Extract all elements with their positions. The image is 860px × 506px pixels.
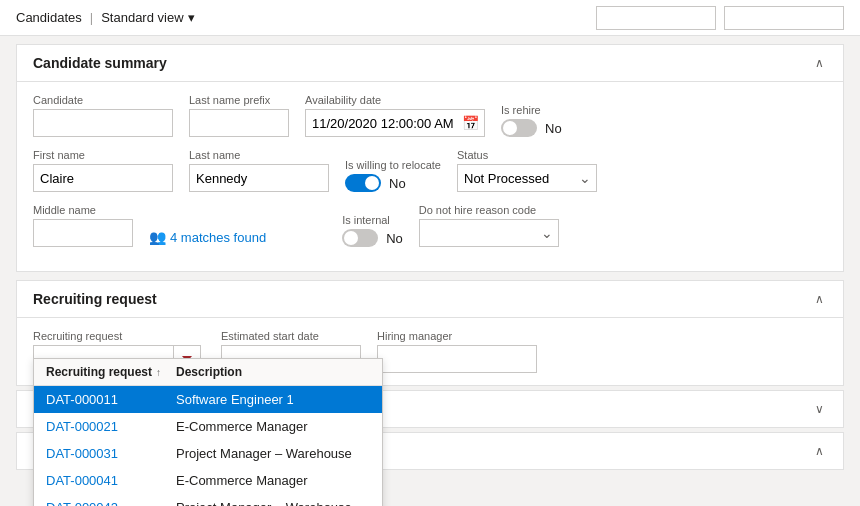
- top-bar-search-input2[interactable]: [724, 6, 844, 30]
- availability-date-field: Availability date 📅: [305, 94, 485, 137]
- is-rehire-toggle-row: No: [501, 119, 562, 137]
- recruiting-request-chevron-icon[interactable]: ∧: [811, 291, 827, 307]
- last-name-prefix-input[interactable]: [189, 109, 289, 137]
- last-name-label: Last name: [189, 149, 329, 161]
- status-select-wrapper: Not Processed: [457, 164, 597, 192]
- dropdown-list-header: Recruiting request ↑ Description: [34, 359, 382, 386]
- hiring-manager-input[interactable]: [377, 345, 537, 373]
- recruiting-request-section: Recruiting request ∧ Recruiting request: [16, 280, 844, 386]
- is-internal-value: No: [386, 231, 403, 246]
- dropdown-row-id: DAT-000041: [46, 473, 176, 488]
- form-row-1: Candidate Last name prefix Availability …: [33, 94, 827, 137]
- hiring-manager-field: Hiring manager: [377, 330, 537, 373]
- matches-found-link[interactable]: 👥 4 matches found: [149, 229, 266, 245]
- availability-date-wrapper: 📅: [305, 109, 485, 137]
- last-name-input[interactable]: [189, 164, 329, 192]
- recruiting-request-dropdown-list: Recruiting request ↑ Description DAT-000…: [33, 358, 383, 506]
- dropdown-list-row[interactable]: DAT-000042Project Manager – Warehouse: [34, 494, 382, 506]
- candidate-summary-section: Candidate summary ∧ Candidate Last name …: [16, 44, 844, 272]
- collapsed-section-2-chevron-icon[interactable]: ∧: [811, 443, 827, 459]
- dropdown-list-body: DAT-000011Software Engineer 1DAT-000021E…: [34, 386, 382, 506]
- top-bar-right: [596, 6, 844, 30]
- dropdown-row-desc: E-Commerce Manager: [176, 419, 370, 434]
- middle-name-label: Middle name: [33, 204, 133, 216]
- recruiting-request-field: Recruiting request Recruiting request ↑: [33, 330, 201, 373]
- last-name-prefix-label: Last name prefix: [189, 94, 289, 106]
- do-not-hire-label: Do not hire reason code: [419, 204, 559, 216]
- people-icon: 👥: [149, 229, 166, 245]
- candidate-input[interactable]: [33, 109, 173, 137]
- dropdown-row-id: DAT-000021: [46, 419, 176, 434]
- top-bar: Candidates | Standard view ▾: [0, 0, 860, 36]
- first-name-label: First name: [33, 149, 173, 161]
- top-bar-view[interactable]: Standard view ▾: [101, 10, 194, 25]
- is-rehire-field: Is rehire No: [501, 104, 562, 137]
- form-row-2: First name Last name Is willing to reloc…: [33, 149, 827, 192]
- recruiting-form-body: Recruiting request Recruiting request ↑: [17, 318, 843, 373]
- dropdown-row-desc: E-Commerce Manager: [176, 473, 370, 488]
- dropdown-list-row[interactable]: DAT-000011Software Engineer 1: [34, 386, 382, 413]
- top-bar-search-input1[interactable]: [596, 6, 716, 30]
- dropdown-list-row[interactable]: DAT-000041E-Commerce Manager: [34, 467, 382, 494]
- dropdown-row-id: DAT-000042: [46, 500, 176, 506]
- is-rehire-value: No: [545, 121, 562, 136]
- willing-to-relocate-toggle[interactable]: [345, 174, 381, 192]
- matches-found-wrapper: 👥 4 matches found: [149, 229, 266, 247]
- availability-date-input[interactable]: [305, 109, 485, 137]
- is-internal-label: Is internal: [342, 214, 403, 226]
- sort-arrow-icon: ↑: [156, 367, 161, 378]
- dropdown-row-desc: Project Manager – Warehouse: [176, 500, 370, 506]
- matches-found-text: 4 matches found: [170, 230, 266, 245]
- is-rehire-toggle[interactable]: [501, 119, 537, 137]
- last-name-field: Last name: [189, 149, 329, 192]
- is-internal-toggle-row: No: [342, 229, 403, 247]
- first-name-field: First name: [33, 149, 173, 192]
- candidate-summary-title: Candidate summary: [33, 55, 167, 71]
- candidate-summary-chevron-icon[interactable]: ∧: [811, 55, 827, 71]
- middle-name-field: Middle name: [33, 204, 133, 247]
- status-select[interactable]: Not Processed: [457, 164, 597, 192]
- collapsed-section-1-chevron-icon[interactable]: ∨: [811, 401, 827, 417]
- dropdown-row-desc: Software Engineer 1: [176, 392, 370, 407]
- first-name-input[interactable]: [33, 164, 173, 192]
- is-internal-toggle[interactable]: [342, 229, 378, 247]
- top-bar-title: Candidates: [16, 10, 82, 25]
- willing-to-relocate-value: No: [389, 176, 406, 191]
- willing-to-relocate-toggle-row: No: [345, 174, 441, 192]
- do-not-hire-field: Do not hire reason code: [419, 204, 559, 247]
- is-internal-field: Is internal No: [342, 214, 403, 247]
- candidate-summary-header: Candidate summary ∧: [17, 45, 843, 82]
- dropdown-row-id: DAT-000011: [46, 392, 176, 407]
- do-not-hire-select[interactable]: [419, 219, 559, 247]
- view-chevron-icon: ▾: [188, 10, 195, 25]
- status-label: Status: [457, 149, 597, 161]
- dropdown-row-id: DAT-000031: [46, 446, 176, 461]
- dropdown-list-row[interactable]: DAT-000021E-Commerce Manager: [34, 413, 382, 440]
- recruiting-request-header: Recruiting request ∧: [17, 281, 843, 318]
- middle-name-input[interactable]: [33, 219, 133, 247]
- candidate-summary-body: Candidate Last name prefix Availability …: [17, 82, 843, 271]
- dropdown-header-col1: Recruiting request ↑: [46, 365, 176, 379]
- hiring-manager-label: Hiring manager: [377, 330, 537, 342]
- recruiting-form-row-1: Recruiting request Recruiting request ↑: [33, 330, 827, 373]
- dropdown-list-row[interactable]: DAT-000031Project Manager – Warehouse: [34, 440, 382, 467]
- candidate-field: Candidate: [33, 94, 173, 137]
- willing-to-relocate-label: Is willing to relocate: [345, 159, 441, 171]
- willing-to-relocate-field: Is willing to relocate No: [345, 159, 441, 192]
- main-content: Candidate summary ∧ Candidate Last name …: [0, 36, 860, 506]
- top-bar-separator: |: [90, 10, 93, 25]
- is-rehire-label: Is rehire: [501, 104, 562, 116]
- status-field: Status Not Processed: [457, 149, 597, 192]
- availability-date-label: Availability date: [305, 94, 485, 106]
- do-not-hire-select-wrapper: [419, 219, 559, 247]
- recruiting-request-label: Recruiting request: [33, 330, 201, 342]
- form-row-3: Middle name 👥 4 matches found Is interna…: [33, 204, 827, 247]
- last-name-prefix-field: Last name prefix: [189, 94, 289, 137]
- dropdown-header-col2: Description: [176, 365, 370, 379]
- recruiting-request-title: Recruiting request: [33, 291, 157, 307]
- candidate-label: Candidate: [33, 94, 173, 106]
- dropdown-row-desc: Project Manager – Warehouse: [176, 446, 370, 461]
- estimated-start-date-label: Estimated start date: [221, 330, 361, 342]
